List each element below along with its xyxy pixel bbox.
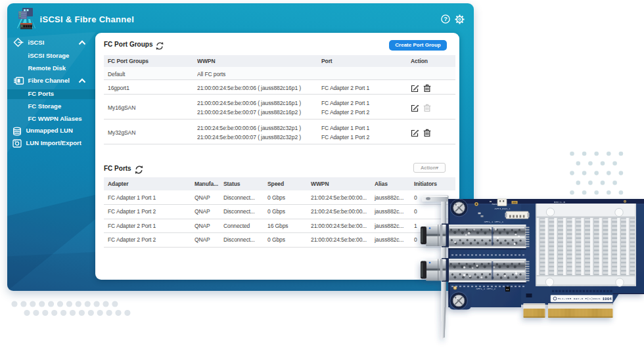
svg-text:1904: 1904: [603, 297, 612, 301]
svg-text:?: ?: [444, 16, 448, 22]
svg-text:34: 34: [506, 288, 509, 291]
svg-text:Rev:1.0: Rev:1.0: [554, 201, 565, 204]
svg-text:SFP1_1 SFP2_1: SFP1_1 SFP2_1: [484, 221, 504, 223]
svg-text:SFP1_2 SFP2_2: SFP1_2 SFP2_2: [476, 288, 496, 290]
svg-text:JSFP3_01US_1: JSFP3_01US_1: [494, 207, 510, 210]
svg-text:HL1-VDR 9AV-D E(1)9921: HL1-VDR 9AV-D E(1)9921: [558, 297, 601, 300]
svg-text:FAN1: FAN1: [492, 203, 497, 206]
